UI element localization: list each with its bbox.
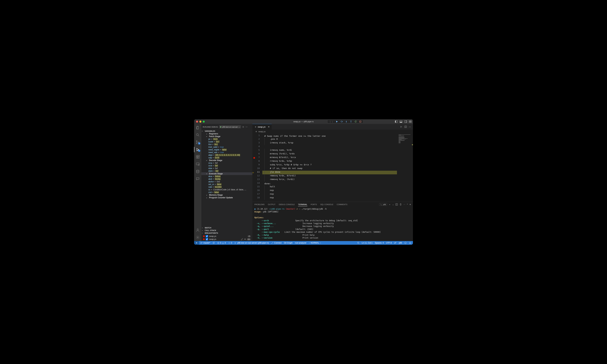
variable-row[interactable]: align = [49, 0, 0, 0, 0, 0, 0, 0, 0, 40] [201,154,252,156]
connect-status[interactable]: Connect [271,242,281,244]
gutter-line[interactable]: 3 [252,142,262,145]
close-icon[interactable]: ✕ [244,238,246,240]
code-line[interactable]: nop [262,193,397,196]
breakpoint-checkbox[interactable] [206,238,208,240]
variable-row[interactable]: icode = 0x7 [201,140,252,143]
debug-toolbar[interactable]: ⋮⋮ [327,120,363,123]
cursor-position[interactable]: Ln 11, Col 1 [362,242,373,244]
gutter-line[interactable]: 5 [252,149,262,152]
more-icon[interactable]: ⋯ [409,126,411,128]
gutter-line[interactable]: 14 [252,182,262,185]
gutter-line[interactable]: 17 [252,193,262,196]
code-line[interactable]: # if so, then do not swap [262,167,397,171]
variable-group[interactable]: Decode Stage [201,159,252,162]
panel-bottom-icon[interactable] [400,120,402,123]
variable-row[interactable]: need_valc = true [201,151,252,154]
code-line[interactable]: irmovq nums, %rdi [262,149,397,152]
terminal[interactable]: ● (3.10.12) ~/y86-pipe-rs (master) ✗ → .… [252,207,413,241]
close-icon[interactable]: ✕ [268,126,270,128]
explorer-icon[interactable] [196,126,200,130]
variable-row[interactable]: vale = 0x1884 [201,186,252,188]
debug-status[interactable]: y86 test on rust server (y86-pipe-rs) [234,242,269,244]
code-line[interactable]: rrmovq %rdx, %rbp [262,160,397,163]
variable-row[interactable]: dstm = 0xf [201,170,252,172]
code-line[interactable]: mrmovq 8(%rdi), %rcx [262,156,397,160]
close-window-button[interactable] [196,121,198,123]
variable-row[interactable]: valp = 0x35 [201,156,252,159]
code-line[interactable]: halt [262,185,397,189]
run-icon[interactable] [400,126,402,128]
drag-handle-icon[interactable]: ⋮⋮ [329,120,333,123]
ports-status[interactable]: 0 [228,242,232,244]
panel-tab-debug-console[interactable]: DEBUG CONSOLE [279,203,295,206]
variable-row[interactable]: need_regids = false [201,148,252,151]
source-control-icon[interactable]: 9 [196,140,200,144]
variable-row[interactable]: pc = 0x2c [201,138,252,140]
code-line[interactable]: nop [262,189,397,193]
code-area[interactable]: # Swap nums if the former one >= the lat… [262,133,397,202]
zoom-icon[interactable] [357,242,359,244]
variable-row[interactable]: srca = 0xf [201,162,252,164]
rust-analyzer-status[interactable]: rust-analyzer [295,242,306,244]
gutter-line[interactable]: ▷11 [252,171,262,174]
language-mode[interactable]: y86 [399,242,402,244]
split-editor-icon[interactable] [404,126,407,128]
breakpoint-checkbox[interactable] [206,235,208,237]
eol-status[interactable]: LF [394,242,397,244]
layout-icon[interactable] [409,120,412,123]
variable-row[interactable]: alub = 0xcba [201,178,252,180]
restart-icon[interactable] [355,120,357,123]
gutter-line[interactable]: 7 [252,156,262,160]
sync-button[interactable] [213,242,215,244]
trash-icon[interactable] [400,203,402,206]
split-terminal-icon[interactable] [395,203,398,206]
breadcrumb[interactable]: ≡ swap.ys [252,130,413,133]
panel-tab-ports[interactable]: PORTS [311,203,317,206]
panel-right-icon[interactable] [404,120,407,123]
variable-group[interactable]: Registers [201,132,252,135]
code-line[interactable]: rmmovq %rcx, (%rdi) [262,178,397,182]
gutter-line[interactable]: 15 [252,185,262,189]
terminal-dropdown-icon[interactable]: ⌄ [392,203,394,206]
code-line[interactable]: nop [262,196,397,200]
variable-group[interactable]: Execute Stage [201,172,252,175]
gutter-line[interactable]: 2 [252,138,262,142]
callstack-header[interactable]: CALL STACK [201,229,252,232]
edit-icon[interactable] [241,238,243,240]
code-line[interactable]: rmmovq %rdx, 8(%rdi) [262,174,397,178]
code-line[interactable] [262,145,397,149]
variable-row[interactable]: srcb = 0xf [201,164,252,167]
minimize-window-button[interactable] [199,121,201,123]
minimap[interactable] [397,133,413,202]
panel-tab-comments[interactable]: COMMENTS [337,203,347,206]
variable-row[interactable]: instr_valid = true [201,146,252,148]
gutter-line[interactable]: 16 [252,189,262,193]
gear-icon[interactable] [242,126,244,128]
gutter-line[interactable]: 6 [252,152,262,156]
more-icon[interactable]: ⋯ [245,126,248,128]
panel-tab-problems[interactable]: PROBLEMS [254,203,264,206]
step-over-icon[interactable] [341,120,343,123]
new-terminal-icon[interactable]: ＋ [389,203,391,206]
more-icon[interactable]: ⋯ [403,203,405,206]
variable-row[interactable]: set_cc = false [201,183,252,186]
watch-header[interactable]: WATCH [201,226,252,229]
tab-swap-ys[interactable]: ≡ swap.ys ✕ [252,124,272,130]
gutter-line[interactable]: 13 [252,178,262,182]
account-icon[interactable] [196,228,200,232]
settings-gear-icon[interactable] [196,235,200,239]
remote-explorer-icon[interactable] [196,162,200,166]
run-debug-icon[interactable]: 1 [196,148,200,152]
problems-status[interactable]: 0 0 [217,242,226,244]
variable-row[interactable]: ifun = 0x1 [201,143,252,146]
gutter-line[interactable]: 12 [252,174,262,178]
bell-icon[interactable] [409,242,411,244]
variable-group[interactable]: Memory Stage [201,194,252,196]
panel-left-icon[interactable] [395,120,398,123]
maximize-window-button[interactable] [203,121,205,123]
step-into-icon[interactable] [345,120,347,123]
stop-icon[interactable] [359,120,361,123]
feedback-icon[interactable] [404,242,407,244]
code-line[interactable]: irmovq stack, %rsp [262,142,397,145]
chat-icon[interactable] [196,177,200,181]
